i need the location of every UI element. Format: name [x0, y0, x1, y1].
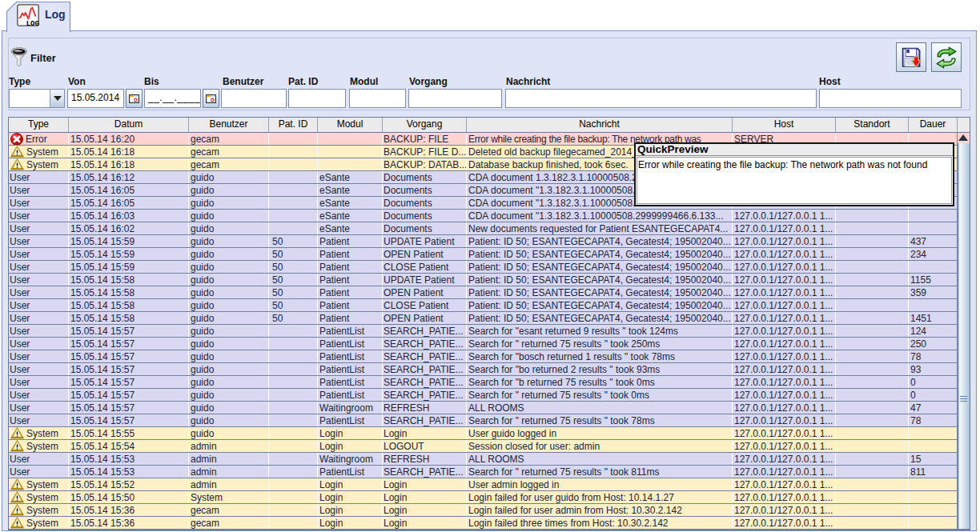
svg-text:LOG: LOG [26, 20, 39, 27]
